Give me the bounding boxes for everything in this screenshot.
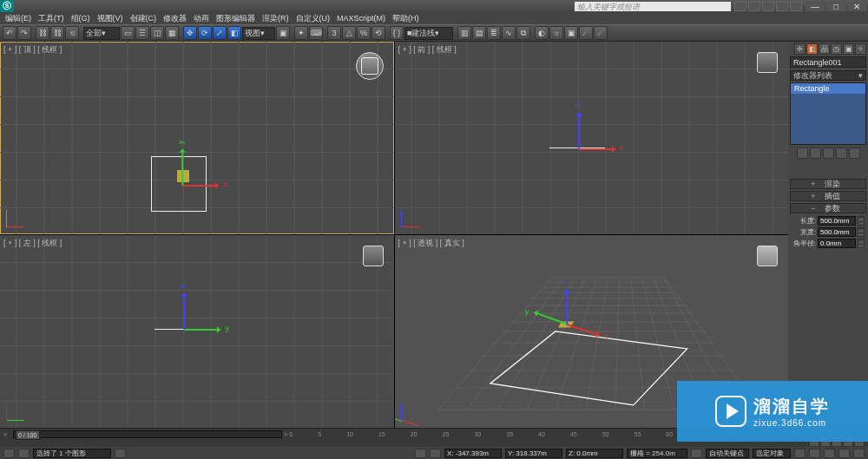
move-gizmo[interactable]: x y	[182, 185, 184, 187]
keyboard-shortcut-button[interactable]: ⌨	[309, 26, 323, 40]
viewcube[interactable]	[356, 52, 384, 80]
select-region-button[interactable]: ◫	[150, 26, 164, 40]
rollout-parameters[interactable]: 参数	[790, 203, 866, 213]
isolate-button[interactable]	[415, 449, 426, 458]
render-button[interactable]: ☄	[579, 26, 593, 40]
rollout-rendering[interactable]: 渲染	[790, 179, 866, 189]
viewport-front[interactable]: [ + ] [ 前 ] [ 线框 ] x z	[395, 42, 789, 234]
title-icon[interactable]	[748, 2, 760, 11]
viewport-label[interactable]: [ + ] [ 顶 ] [ 线框 ]	[3, 44, 62, 56]
gizmo-center[interactable]	[177, 170, 189, 182]
make-unique-button[interactable]	[823, 148, 834, 159]
menu-customize[interactable]: 自定义(U)	[296, 13, 331, 24]
percent-snap-button[interactable]: %	[357, 26, 371, 40]
manipulate-button[interactable]: ✦	[294, 26, 308, 40]
nav-orbit-button[interactable]	[838, 449, 850, 458]
listener-button[interactable]	[18, 449, 30, 458]
ref-coord-select[interactable]: 视图 ▾	[242, 27, 275, 40]
length-spinner[interactable]	[858, 216, 865, 226]
select-place-button[interactable]: ◧	[227, 26, 241, 40]
redo-button[interactable]: ↷	[17, 26, 31, 40]
viewcube[interactable]	[757, 246, 778, 266]
modifier-list-select[interactable]: 修改器列表▾	[790, 70, 866, 81]
modifier-stack[interactable]: Rectangle	[790, 82, 866, 145]
title-icon[interactable]	[790, 2, 802, 11]
menu-create[interactable]: 创建(C)	[130, 13, 157, 24]
spinner-snap-button[interactable]: ⟲	[372, 26, 385, 40]
undo-button[interactable]: ↶	[3, 26, 16, 40]
viewport-label[interactable]: [ + ] [ 左 ] [ 线框 ]	[3, 238, 62, 249]
time-tag-button[interactable]	[691, 449, 702, 458]
rollout-interpolation[interactable]: 插值	[790, 191, 866, 201]
viewport-top[interactable]: [ + ] [ 顶 ] [ 线框 ] x y	[0, 42, 394, 234]
tab-modify[interactable]: ◧	[806, 43, 818, 55]
nav-zoom-button[interactable]	[824, 449, 835, 458]
window-crossing-button[interactable]: ▦	[165, 26, 179, 40]
move-gizmo[interactable]: x z	[579, 148, 581, 150]
tab-display[interactable]: ▣	[843, 43, 854, 55]
coord-z-input[interactable]: Z: 0.0mm	[566, 449, 623, 458]
mirror-button[interactable]: ▥	[457, 26, 471, 40]
menu-rendering[interactable]: 渲染(R)	[262, 13, 289, 24]
configure-button[interactable]	[849, 148, 860, 159]
minimize-button[interactable]: —	[806, 1, 825, 11]
help-search-input[interactable]: 输入关键字或短语	[575, 2, 731, 11]
autokey-button[interactable]: 自动关键点	[706, 449, 749, 458]
viewcube[interactable]	[363, 246, 384, 266]
bind-button[interactable]: ⎋	[65, 26, 79, 40]
viewport-label[interactable]: [ + ] [ 透视 ] [ 真实 ]	[398, 238, 464, 249]
tab-utilities[interactable]: ✧	[855, 43, 866, 55]
menu-grapheditors[interactable]: 图形编辑器	[216, 13, 255, 24]
remove-mod-button[interactable]	[836, 148, 847, 159]
rectangle-object[interactable]	[151, 156, 207, 212]
tab-hierarchy[interactable]: 品	[819, 43, 830, 55]
menu-edit[interactable]: 编辑(E)	[5, 13, 31, 24]
menu-tools[interactable]: 工具(T)	[38, 13, 64, 24]
object-name-input[interactable]: Rectangle001	[790, 56, 866, 68]
maximize-button[interactable]: □	[826, 1, 845, 11]
move-gizmo[interactable]: y z	[184, 329, 186, 331]
width-input[interactable]: 500.0mm	[818, 227, 856, 237]
named-sel-button[interactable]: { }	[390, 26, 404, 40]
corner-radius-input[interactable]: 0.0mm	[818, 239, 856, 248]
viewcube[interactable]	[757, 52, 778, 73]
render-frame-button[interactable]: ▣	[564, 26, 578, 40]
menu-modifiers[interactable]: 修改器	[163, 13, 187, 24]
set-key-button[interactable]	[794, 449, 806, 458]
coord-y-input[interactable]: Y: 318.337m	[505, 449, 562, 458]
time-slider[interactable]: 0 / 100	[13, 430, 282, 438]
select-rotate-button[interactable]: ⟳	[198, 26, 212, 40]
nav-pan-button[interactable]	[809, 449, 820, 458]
menu-views[interactable]: 视图(V)	[97, 13, 123, 24]
link-button[interactable]: ⛓	[36, 26, 49, 40]
render-setup-button[interactable]: ☼	[549, 26, 563, 40]
viewport-left[interactable]: [ + ] [ 左 ] [ 线框 ] y z	[0, 235, 394, 428]
named-sel-select[interactable]: ■建法线 ▾	[404, 27, 453, 40]
layer-button[interactable]: ≣	[487, 26, 501, 40]
menu-animation[interactable]: 动画	[194, 13, 209, 24]
selection-filter-select[interactable]: 全部 ▾	[83, 27, 120, 40]
select-button[interactable]: ▭	[121, 26, 135, 40]
material-editor-button[interactable]: ◐	[535, 26, 549, 40]
select-scale-button[interactable]: ⤢	[213, 26, 227, 40]
curve-editor-button[interactable]: ∿	[502, 26, 516, 40]
modifier-item[interactable]: Rectangle	[791, 83, 865, 94]
unlink-button[interactable]: ⛓	[50, 26, 64, 40]
key-filters-select[interactable]: 选定对象	[753, 449, 791, 458]
menu-help[interactable]: 帮助(H)	[392, 13, 419, 24]
select-move-button[interactable]: ✥	[183, 26, 197, 40]
angle-snap-button[interactable]: △	[342, 26, 356, 40]
tab-motion[interactable]: ◷	[831, 43, 842, 55]
render-production-button[interactable]: ☄	[594, 26, 608, 40]
length-input[interactable]: 500.0mm	[818, 216, 856, 226]
title-icon[interactable]	[762, 2, 774, 11]
width-spinner[interactable]	[858, 227, 865, 237]
coord-x-input[interactable]: X: -347.393m	[444, 449, 502, 458]
tab-create[interactable]: ✢	[794, 43, 806, 55]
move-gizmo[interactable]: x y z	[567, 324, 569, 325]
title-icon[interactable]	[776, 2, 788, 11]
selection-lock-button[interactable]	[430, 449, 441, 458]
time-slider-thumb[interactable]: 0 / 100	[16, 430, 40, 440]
align-button[interactable]: ▤	[472, 26, 486, 40]
lock-selection-button[interactable]	[115, 449, 126, 458]
